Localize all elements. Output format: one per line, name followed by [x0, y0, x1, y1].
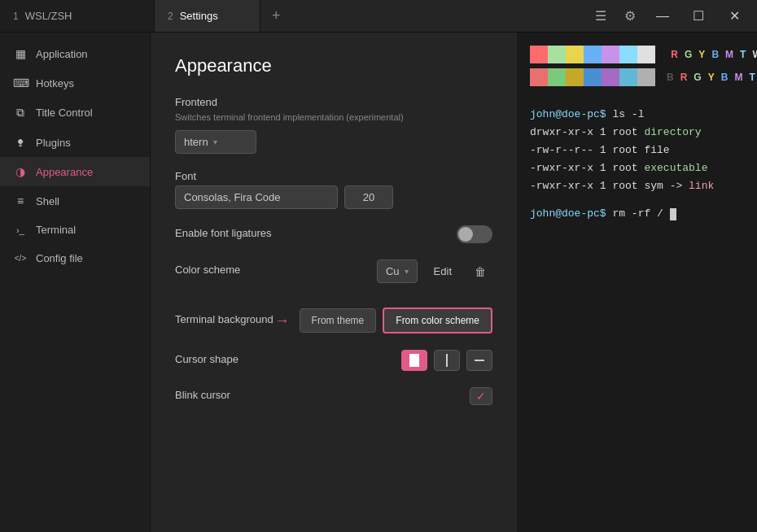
font-size-input[interactable] — [344, 185, 393, 209]
underline-cursor-icon — [475, 360, 484, 361]
type-exec: executable — [644, 162, 707, 174]
label-space — [667, 49, 669, 60]
label-T: T — [740, 49, 746, 60]
cursor-shape-label: Cursor shape — [175, 353, 238, 365]
tab1-label: WSL/ZSH — [25, 10, 72, 22]
from-color-scheme-button[interactable]: From color scheme — [383, 307, 492, 334]
settings-panel: Appearance Frontend Switches terminal fr… — [151, 33, 517, 532]
frontend-control: htern ▾ — [175, 130, 492, 154]
sidebar-item-terminal[interactable]: ›_ Terminal — [0, 216, 150, 244]
sidebar-label-application: Application — [36, 48, 88, 60]
minimize-button[interactable]: — — [646, 0, 679, 33]
color-scheme-select[interactable]: Cu ▾ — [377, 259, 418, 283]
sidebar-item-hotkeys[interactable]: ⌨ Hotkeys — [0, 68, 150, 98]
perm-4: -rwxr-xr-x 1 root — [530, 162, 644, 174]
background-options: → From theme From color scheme — [275, 307, 492, 334]
ligatures-label: Enable font ligatures — [175, 227, 272, 239]
label-R: R — [671, 49, 678, 60]
frontend-label: Frontend — [175, 96, 492, 108]
hotkeys-icon: ⌨ — [13, 76, 28, 89]
sidebar-label-terminal: Terminal — [36, 224, 76, 236]
label-W: W — [752, 49, 757, 60]
frontend-row: Frontend Switches terminal frontend impl… — [175, 96, 492, 154]
cursor-underline-button[interactable] — [466, 350, 492, 371]
label-Y-dark: Y — [708, 72, 715, 83]
content-area: Appearance Frontend Switches terminal fr… — [151, 33, 757, 532]
from-theme-button[interactable]: From theme — [300, 308, 377, 333]
block-cursor-icon — [409, 354, 419, 367]
sidebar-label-title-control: Title Control — [36, 107, 93, 119]
type-file: file — [644, 144, 669, 156]
cursor-block-button[interactable] — [401, 350, 427, 371]
config-icon: </> — [13, 254, 28, 263]
color-scheme-delete-button[interactable]: 🗑 — [468, 260, 492, 283]
gear-icon[interactable]: ⚙ — [617, 3, 643, 29]
main-layout: ▦ Application ⌨ Hotkeys ⧉ Title Control … — [0, 33, 757, 532]
label-B2-dark: B — [721, 72, 729, 83]
terminal-line-4: -rwxr-xr-x 1 root executable — [530, 159, 744, 177]
sidebar-item-plugins[interactable]: ⧭ Plugins — [0, 128, 150, 157]
swatch-dark-magenta — [602, 68, 619, 86]
color-swatches-1 — [530, 46, 655, 63]
preview-pane: R G Y B M T W — [517, 33, 757, 532]
terminal-background-row: Terminal background → From theme From co… — [175, 307, 492, 334]
terminal-line-3: -rw-r--r-- 1 root file — [530, 142, 744, 159]
list-icon[interactable]: ☰ — [588, 3, 614, 29]
titlebar-controls: ☰ ⚙ — ☐ ✕ — [588, 0, 757, 33]
sidebar-label-config-file: Config file — [36, 252, 83, 264]
swatch-dark-white — [637, 68, 655, 86]
swatch-dark-blue — [584, 68, 602, 86]
font-label: Font — [175, 170, 492, 182]
prompt-2: john@doe-pc$ — [530, 207, 606, 220]
color-scheme-row: Color scheme Cu ▾ Edit 🗑 — [175, 259, 492, 283]
cursor-indicator — [670, 208, 676, 220]
terminal-preview: john@doe-pc$ ls -l drwxr-xr-x 1 root dir… — [530, 106, 744, 224]
terminal-line-6: john@doe-pc$ rm -rf / — [530, 205, 744, 223]
type-link: link — [689, 180, 714, 192]
label-G: G — [685, 49, 692, 60]
maximize-button[interactable]: ☐ — [682, 0, 715, 33]
sidebar-item-shell[interactable]: ≡ Shell — [0, 186, 150, 216]
blink-cursor-label: Blink cursor — [175, 389, 230, 401]
blink-cursor-checkbox[interactable]: ✓ — [470, 387, 492, 405]
bar-cursor-icon — [446, 354, 448, 367]
swatch-red — [530, 46, 548, 63]
tab-wsl[interactable]: 1 WSL/ZSH — [0, 0, 155, 32]
cursor-shapes-control — [401, 350, 492, 371]
tab1-number: 1 — [13, 11, 19, 22]
terminal-line-2: drwxr-xr-x 1 root directory — [530, 124, 744, 142]
label-G-dark: G — [694, 72, 701, 83]
label-B-dark: B — [667, 72, 674, 83]
shell-icon: ≡ — [13, 194, 28, 207]
page-title: Appearance — [175, 55, 492, 76]
frontend-value: htern — [184, 136, 208, 148]
prompt-1: john@doe-pc$ — [530, 108, 606, 120]
label-B: B — [711, 49, 719, 60]
color-scheme-edit-button[interactable]: Edit — [424, 260, 462, 282]
sidebar-item-config-file[interactable]: </> Config file — [0, 244, 150, 273]
add-tab-button[interactable]: + — [260, 0, 292, 32]
frontend-select[interactable]: htern ▾ — [175, 130, 256, 154]
swatch-row-1: R G Y B M T W — [530, 46, 744, 63]
label-Y: Y — [698, 49, 705, 60]
font-control — [175, 185, 492, 209]
terminal-icon: ›_ — [13, 225, 28, 235]
close-button[interactable]: ✕ — [718, 0, 750, 33]
swatch-yellow — [566, 46, 584, 63]
sidebar: ▦ Application ⌨ Hotkeys ⧉ Title Control … — [0, 33, 151, 532]
swatch-labels-1: R G Y B M T W — [667, 49, 757, 60]
swatch-dark-teal — [619, 68, 637, 86]
font-input[interactable] — [175, 185, 338, 209]
sidebar-item-application[interactable]: ▦ Application — [0, 39, 150, 68]
sidebar-item-title-control[interactable]: ⧉ Title Control — [0, 98, 150, 128]
perm-3: -rw-r--r-- 1 root — [530, 144, 644, 156]
swatch-blue — [584, 46, 602, 63]
arrow-icon: → — [275, 312, 290, 329]
frontend-chevron-icon: ▾ — [213, 137, 217, 146]
sidebar-item-appearance[interactable]: ◑ Appearance — [0, 157, 150, 186]
tab2-number: 2 — [168, 11, 173, 22]
ligatures-toggle[interactable] — [457, 225, 492, 243]
swatch-dark-green — [548, 68, 566, 86]
cursor-bar-button[interactable] — [434, 350, 460, 371]
tab-settings[interactable]: 2 Settings — [155, 0, 260, 32]
